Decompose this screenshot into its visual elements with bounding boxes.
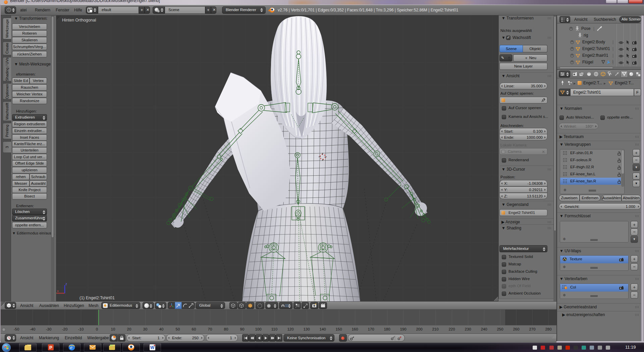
svg-text:P: P bbox=[49, 345, 52, 350]
svg-text:z: z bbox=[65, 282, 67, 286]
svg-text:x: x bbox=[57, 289, 59, 293]
svg-text:(1) Engel2:Tshirt01: (1) Engel2:Tshirt01 bbox=[79, 296, 115, 300]
svg-text:Hinten Orthogonal: Hinten Orthogonal bbox=[62, 18, 96, 23]
